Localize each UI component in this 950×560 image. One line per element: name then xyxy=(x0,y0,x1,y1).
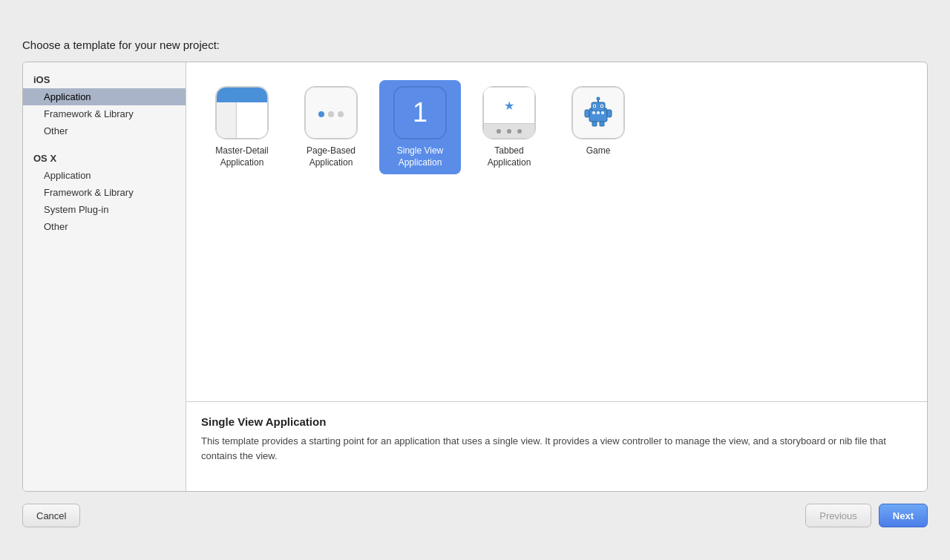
sidebar-item-ios-framework[interactable]: Framework & Library xyxy=(23,105,186,122)
svg-point-7 xyxy=(597,97,600,100)
description-title: Single View Application xyxy=(201,415,912,428)
page-based-icon xyxy=(304,86,358,139)
master-detail-icon-graphic xyxy=(216,87,268,139)
cancel-button[interactable]: Cancel xyxy=(22,504,80,527)
tabbed-content-area: ★ xyxy=(484,88,534,123)
tabbed-icon-graphic: ★ xyxy=(483,87,535,139)
svg-rect-12 xyxy=(600,122,604,126)
single-view-icon: 1 xyxy=(393,86,447,139)
templates-grid: Master-DetailApplication Page-Bas xyxy=(186,62,927,402)
svg-rect-14 xyxy=(607,110,612,117)
bottom-right-buttons: Previous Next xyxy=(805,504,928,527)
bottom-part xyxy=(217,102,267,138)
template-name-master-detail: Master-DetailApplication xyxy=(215,145,268,168)
svg-rect-10 xyxy=(601,111,604,114)
sidebar: iOS Application Framework & Library Othe… xyxy=(23,62,186,491)
sidebar-item-ios-application[interactable]: Application xyxy=(23,88,186,105)
next-button[interactable]: Next xyxy=(879,504,928,527)
template-name-page-based: Page-BasedApplication xyxy=(307,145,356,168)
sidebar-item-osx-other[interactable]: Other xyxy=(23,218,186,235)
svg-rect-5 xyxy=(601,105,603,107)
svg-rect-13 xyxy=(585,110,589,117)
sidebar-section-ios: iOS xyxy=(23,68,186,88)
description-area: Single View Application This template pr… xyxy=(186,402,927,491)
tab-dot-2 xyxy=(507,129,511,134)
dot-inactive-2 xyxy=(338,111,344,117)
svg-rect-9 xyxy=(597,111,600,114)
tab-bar xyxy=(484,123,534,138)
template-game[interactable]: Game xyxy=(557,80,639,174)
left-pane xyxy=(217,102,237,138)
svg-rect-11 xyxy=(592,122,597,126)
sidebar-item-osx-framework[interactable]: Framework & Library xyxy=(23,184,186,201)
dialog-title: Choose a template for your new project: xyxy=(22,39,928,51)
tabbed-icon: ★ xyxy=(482,86,536,139)
number-one: 1 xyxy=(413,97,428,128)
tab-dot-3 xyxy=(517,129,522,134)
star-icon: ★ xyxy=(504,99,514,113)
bottom-bar: Cancel Previous Next xyxy=(22,492,928,536)
dot-active xyxy=(318,111,324,117)
sidebar-item-osx-plugin[interactable]: System Plug-in xyxy=(23,201,186,218)
main-area: iOS Application Framework & Library Othe… xyxy=(22,62,928,492)
content-panel: Master-DetailApplication Page-Bas xyxy=(186,62,927,491)
dots-row xyxy=(318,111,344,117)
template-tabbed[interactable]: ★ TabbedApplication xyxy=(468,80,550,174)
top-bar xyxy=(217,88,267,102)
master-detail-icon xyxy=(215,86,269,139)
template-page-based[interactable]: Page-BasedApplication xyxy=(290,80,372,174)
sidebar-item-osx-application[interactable]: Application xyxy=(23,167,186,184)
tab-dot-1 xyxy=(497,129,501,134)
sidebar-section-osx: OS X xyxy=(23,147,186,167)
template-single-view[interactable]: 1 Single ViewApplication xyxy=(379,80,461,174)
template-master-detail[interactable]: Master-DetailApplication xyxy=(201,80,283,174)
robot-svg xyxy=(582,96,615,129)
game-icon-graphic xyxy=(572,87,624,139)
svg-rect-8 xyxy=(592,111,595,114)
sidebar-item-ios-other[interactable]: Other xyxy=(23,122,186,139)
template-name-game: Game xyxy=(586,145,611,157)
single-view-icon-graphic: 1 xyxy=(395,88,445,138)
template-name-tabbed: TabbedApplication xyxy=(488,145,531,168)
svg-rect-4 xyxy=(594,105,595,107)
game-icon xyxy=(571,86,625,139)
dot-inactive-1 xyxy=(328,111,334,117)
previous-button[interactable]: Previous xyxy=(805,504,871,527)
page-based-icon-graphic xyxy=(305,87,357,139)
right-pane xyxy=(237,102,267,138)
template-name-single-view: Single ViewApplication xyxy=(397,145,443,168)
description-text: This template provides a starting point … xyxy=(201,434,912,463)
